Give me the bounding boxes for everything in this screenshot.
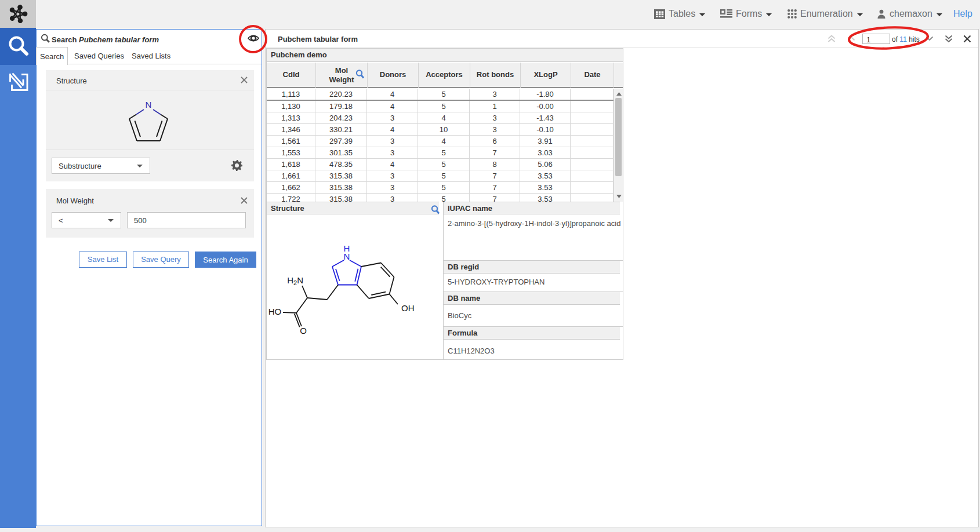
- svg-text:N: N: [146, 100, 152, 110]
- svg-text:H2N: H2N: [287, 275, 303, 286]
- svg-text:N: N: [344, 252, 350, 261]
- svg-text:O: O: [300, 326, 307, 336]
- svg-text:HO: HO: [268, 307, 282, 316]
- svg-text:OH: OH: [401, 303, 415, 313]
